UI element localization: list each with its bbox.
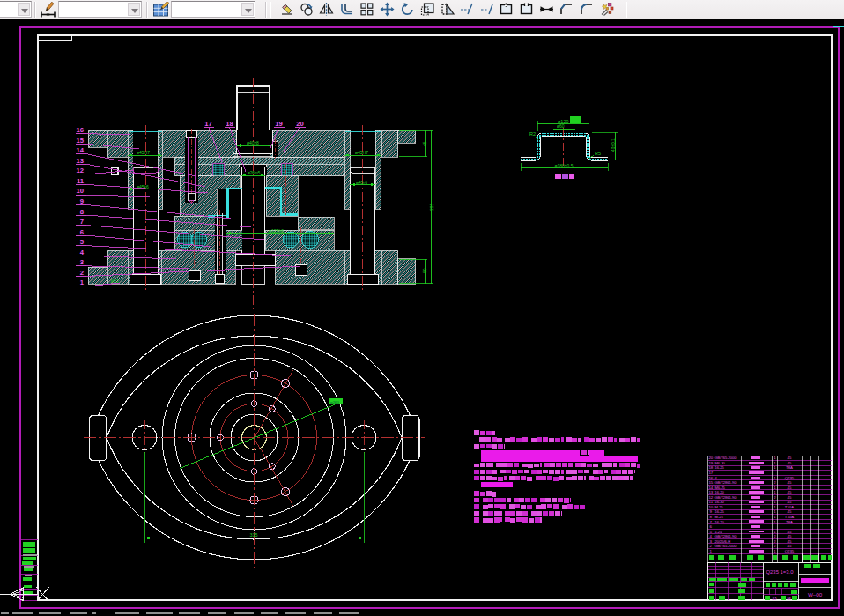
svg-text:16-20: 16-20 bbox=[715, 490, 725, 494]
svg-text:45: 45 bbox=[788, 509, 792, 514]
svg-text:2: 2 bbox=[80, 269, 84, 277]
svg-text:1.25: 1.25 bbox=[715, 530, 723, 534]
svg-text:18: 18 bbox=[226, 120, 233, 128]
svg-text:11: 11 bbox=[77, 177, 85, 185]
svg-text:45: 45 bbox=[788, 461, 792, 465]
svg-text:18: 18 bbox=[708, 465, 713, 470]
svg-text:T8A: T8A bbox=[786, 520, 793, 524]
svg-text:16-25: 16-25 bbox=[715, 509, 725, 514]
svg-text:11: 11 bbox=[709, 500, 714, 504]
svg-text:M6-30: M6-30 bbox=[715, 461, 726, 465]
svg-text:GB/T2861-90: GB/T2861-90 bbox=[715, 534, 737, 538]
svg-text:15: 15 bbox=[77, 137, 85, 145]
svg-text:Q235: Q235 bbox=[785, 549, 795, 553]
svg-text:19: 19 bbox=[708, 461, 713, 465]
svg-text:GB/T2861-90: GB/T2861-90 bbox=[715, 480, 737, 485]
svg-text:ø260: ø260 bbox=[330, 400, 340, 404]
svg-text:8: 8 bbox=[80, 208, 84, 216]
svg-text:45: 45 bbox=[788, 534, 792, 538]
svg-text:ø125h6: ø125h6 bbox=[269, 228, 284, 234]
svg-text:45: 45 bbox=[422, 141, 427, 146]
svg-text:40±0.1: 40±0.1 bbox=[611, 138, 616, 152]
svg-text:16-20: 16-20 bbox=[715, 520, 725, 524]
svg-text:16-30: 16-30 bbox=[715, 500, 725, 504]
svg-text:12: 12 bbox=[77, 167, 84, 174]
svg-text:45: 45 bbox=[788, 495, 792, 500]
svg-text:45: 45 bbox=[788, 539, 792, 544]
svg-text:3: 3 bbox=[80, 258, 84, 266]
svg-text:45: 45 bbox=[788, 456, 792, 460]
svg-text:GB/T65-2000: GB/T65-2000 bbox=[715, 456, 737, 460]
svg-text:13: 13 bbox=[708, 490, 713, 494]
svg-text:16-25: 16-25 bbox=[715, 465, 725, 470]
svg-text:ø45r6: ø45r6 bbox=[356, 180, 367, 185]
svg-text:20: 20 bbox=[296, 120, 303, 128]
svg-text:T8A: T8A bbox=[786, 465, 793, 470]
svg-text:15: 15 bbox=[708, 480, 713, 485]
svg-text:M-25: M-25 bbox=[715, 505, 724, 509]
svg-text:20: 20 bbox=[708, 456, 713, 460]
svg-text:Q235 1=3.0: Q235 1=3.0 bbox=[766, 569, 795, 575]
svg-text:10: 10 bbox=[77, 187, 84, 195]
svg-text:17: 17 bbox=[708, 471, 713, 475]
svg-text:W–00: W–00 bbox=[808, 591, 823, 597]
svg-text:45: 45 bbox=[788, 480, 792, 485]
svg-text:R5: R5 bbox=[595, 151, 601, 156]
svg-text:ø26m5: ø26m5 bbox=[248, 171, 261, 175]
svg-text:17: 17 bbox=[204, 120, 211, 128]
svg-text:225: 225 bbox=[429, 203, 434, 211]
svg-text:20/25/6-H: 20/25/6-H bbox=[715, 539, 731, 544]
svg-text:ø60: ø60 bbox=[557, 123, 565, 129]
svg-text:GB/T65-2000: GB/T65-2000 bbox=[715, 544, 737, 548]
svg-text:7: 7 bbox=[80, 218, 84, 226]
svg-text:9: 9 bbox=[80, 197, 84, 205]
svg-text:10: 10 bbox=[708, 505, 713, 509]
svg-text:ø180±0.5: ø180±0.5 bbox=[554, 163, 573, 168]
svg-text:45: 45 bbox=[788, 486, 792, 490]
svg-text:T10A: T10A bbox=[785, 515, 794, 519]
svg-text:M6-25: M6-25 bbox=[715, 486, 726, 490]
svg-text:R2: R2 bbox=[529, 131, 536, 137]
svg-text:ø40z8: ø40z8 bbox=[247, 140, 259, 145]
svg-text:ø45H7: ø45H7 bbox=[137, 150, 150, 155]
svg-text:14: 14 bbox=[77, 146, 85, 154]
svg-text:12: 12 bbox=[708, 495, 713, 500]
svg-text:Q235: Q235 bbox=[785, 476, 795, 480]
svg-text:14: 14 bbox=[708, 486, 713, 490]
svg-text:6: 6 bbox=[80, 228, 84, 236]
svg-text:45: 45 bbox=[788, 500, 792, 504]
svg-text:45: 45 bbox=[788, 530, 792, 534]
svg-text:M: M bbox=[788, 596, 791, 601]
svg-text:45: 45 bbox=[788, 544, 792, 548]
svg-text:45: 45 bbox=[788, 490, 792, 494]
svg-text:13: 13 bbox=[772, 596, 777, 601]
svg-text:ø45H7: ø45H7 bbox=[355, 150, 368, 155]
svg-text:T10A: T10A bbox=[785, 505, 794, 509]
svg-text:50: 50 bbox=[422, 268, 427, 273]
svg-text:GB/T2861-90: GB/T2861-90 bbox=[715, 495, 737, 500]
svg-text:315: 315 bbox=[249, 532, 257, 538]
svg-text:13: 13 bbox=[77, 157, 84, 165]
svg-text:19: 19 bbox=[275, 120, 282, 128]
svg-text:16: 16 bbox=[708, 476, 713, 480]
svg-text:M-25: M-25 bbox=[715, 515, 724, 519]
svg-text:16: 16 bbox=[77, 126, 84, 134]
